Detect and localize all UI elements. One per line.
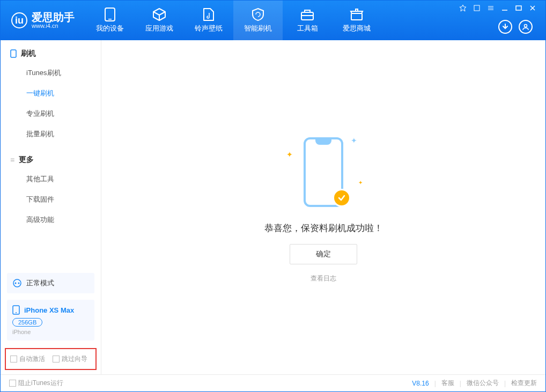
app-title-block: 爱思助手 www.i4.cn [32, 12, 75, 29]
wechat-link[interactable]: 微信公众号 [467, 379, 499, 388]
checkbox-auto-activate[interactable]: 自动激活 [10, 354, 45, 364]
shield-refresh-icon [251, 8, 265, 21]
device-phone-icon [12, 305, 20, 315]
checkbox-icon [10, 356, 17, 363]
device-type: iPhone [12, 329, 89, 335]
sidebar-item-oneclick-flash[interactable]: 一键刷机 [1, 83, 101, 103]
tab-toolbox[interactable]: 工具箱 [283, 1, 332, 40]
download-button[interactable] [498, 20, 512, 34]
minimize-button[interactable] [500, 4, 509, 12]
store-icon [350, 8, 364, 21]
svg-rect-4 [351, 13, 362, 20]
header-right [459, 1, 539, 40]
separator: | [460, 380, 461, 387]
tab-apps-games[interactable]: 应用游戏 [135, 1, 184, 40]
list-icon: ≡ [10, 156, 14, 164]
success-illustration: ✦ ✦ ✦ [283, 132, 364, 212]
success-message: 恭喜您，保资料刷机成功啦！ [264, 222, 383, 234]
sidebar-section-header: 刷机 [1, 49, 101, 63]
sidebar-item-label: 高级功能 [26, 216, 54, 224]
separator: | [504, 380, 506, 387]
footer-left: 阻止iTunes运行 [9, 379, 63, 388]
svg-rect-15 [11, 50, 16, 57]
sidebar-header-label: 刷机 [21, 49, 36, 58]
device-card[interactable]: iPhone XS Max 256GB iPhone [7, 300, 94, 341]
svg-rect-5 [356, 9, 358, 11]
nav-tabs: 我的设备 应用游戏 铃声壁纸 智能刷机 工具箱 爱思商城 [85, 1, 381, 40]
svg-point-20 [16, 312, 17, 313]
feedback-icon[interactable] [459, 4, 467, 12]
sidebar-item-label: iTunes刷机 [26, 69, 61, 77]
window-controls [459, 1, 539, 12]
skin-icon[interactable] [473, 4, 481, 12]
sidebar-section-header: ≡ 更多 [1, 155, 101, 169]
footer: 阻止iTunes运行 V8.16 | 客服 | 微信公众号 | 检查更新 [1, 374, 545, 391]
app-logo-icon: iu [11, 12, 27, 28]
phone-outline-icon [10, 49, 17, 58]
tab-label: 爱思商城 [343, 24, 371, 33]
footer-right: V8.16 | 客服 | 微信公众号 | 检查更新 [412, 379, 537, 388]
check-circle-icon [333, 189, 351, 207]
cube-icon [152, 8, 166, 21]
sidebar-item-label: 下载固件 [26, 195, 54, 203]
tab-store[interactable]: 爱思商城 [332, 1, 381, 40]
device-icon [103, 8, 117, 21]
sidebar-header-label: 更多 [19, 155, 34, 165]
view-log-link[interactable]: 查看日志 [311, 274, 336, 283]
sidebar-item-label: 其他工具 [26, 175, 54, 183]
svg-rect-1 [108, 19, 112, 20]
sidebar-item-label: 批量刷机 [26, 130, 54, 138]
header: iu 爱思助手 www.i4.cn 我的设备 应用游戏 铃声壁纸 智能刷机 [1, 1, 545, 40]
svg-rect-11 [516, 6, 521, 10]
maximize-button[interactable] [514, 4, 523, 12]
tab-my-device[interactable]: 我的设备 [85, 1, 135, 40]
checkbox-label: 跳过向导 [62, 355, 87, 363]
menu-icon[interactable] [486, 4, 495, 12]
device-capacity-badge: 256GB [12, 318, 42, 327]
separator: | [434, 380, 436, 387]
sidebar-section-more: ≡ 更多 其他工具 下载固件 高级功能 [1, 146, 101, 232]
flash-options-highlighted: 自动激活 跳过向导 [5, 348, 97, 370]
sidebar-item-batch-flash[interactable]: 批量刷机 [1, 124, 101, 144]
svg-point-17 [15, 283, 17, 284]
sidebar-item-download-firmware[interactable]: 下载固件 [1, 189, 101, 210]
checkbox-block-itunes[interactable]: 阻止iTunes运行 [9, 379, 63, 388]
mode-icon [12, 278, 22, 288]
device-name: iPhone XS Max [24, 306, 74, 314]
device-mode-status[interactable]: 正常模式 [7, 273, 94, 293]
tab-label: 应用游戏 [145, 24, 173, 33]
toolbox-icon [300, 8, 314, 21]
close-button[interactable] [528, 4, 537, 12]
body: 刷机 iTunes刷机 一键刷机 专业刷机 批量刷机 ≡ 更多 其他工具 下载固… [1, 40, 545, 374]
checkbox-skip-guide[interactable]: 跳过向导 [53, 354, 87, 364]
tab-smart-flash[interactable]: 智能刷机 [233, 1, 283, 40]
sidebar-item-advanced[interactable]: 高级功能 [1, 210, 101, 230]
sidebar-item-other-tools[interactable]: 其他工具 [1, 169, 101, 189]
sidebar: 刷机 iTunes刷机 一键刷机 专业刷机 批量刷机 ≡ 更多 其他工具 下载固… [1, 40, 101, 374]
tab-label: 工具箱 [297, 24, 318, 33]
checkbox-label: 自动激活 [19, 355, 45, 363]
check-update-link[interactable]: 检查更新 [511, 379, 537, 388]
app-url: www.i4.cn [32, 23, 75, 29]
svg-rect-6 [474, 5, 479, 11]
customer-service-link[interactable]: 客服 [441, 379, 454, 388]
sidebar-item-label: 专业刷机 [26, 109, 54, 117]
music-file-icon [202, 8, 216, 21]
sparkle-icon: ✦ [351, 136, 357, 145]
checkbox-icon [9, 380, 16, 387]
mode-label: 正常模式 [26, 278, 54, 288]
user-account-button[interactable] [519, 20, 533, 34]
sparkle-icon: ✦ [358, 180, 363, 186]
sparkle-icon: ✦ [286, 150, 293, 159]
tab-ringtones-wallpapers[interactable]: 铃声壁纸 [184, 1, 233, 40]
sidebar-item-itunes-flash[interactable]: iTunes刷机 [1, 63, 101, 83]
user-controls [498, 20, 539, 40]
app-window: iu 爱思助手 www.i4.cn 我的设备 应用游戏 铃声壁纸 智能刷机 [0, 0, 546, 392]
checkbox-icon [53, 356, 60, 363]
sidebar-item-label: 一键刷机 [26, 89, 54, 97]
main-content: ✦ ✦ ✦ 恭喜您，保资料刷机成功啦！ 确定 查看日志 [101, 40, 545, 374]
tab-label: 智能刷机 [244, 24, 272, 33]
app-title: 爱思助手 [32, 12, 75, 23]
sidebar-item-pro-flash[interactable]: 专业刷机 [1, 103, 101, 124]
ok-button[interactable]: 确定 [290, 244, 357, 264]
